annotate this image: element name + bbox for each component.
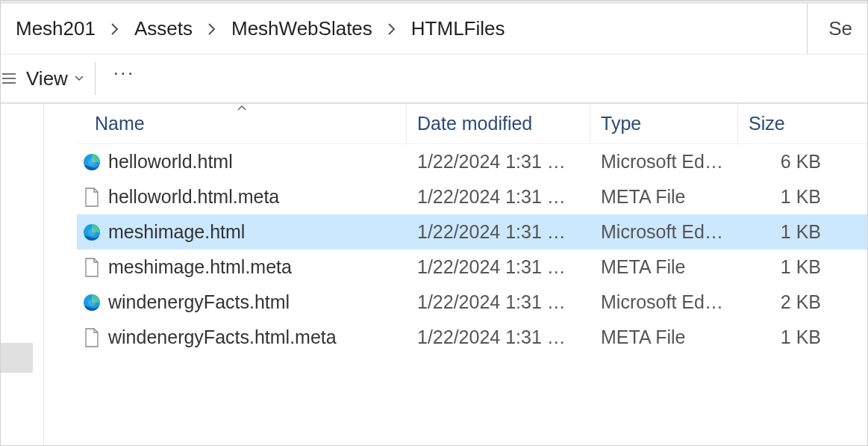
nav-sidebar[interactable]	[1, 104, 44, 445]
file-icon	[84, 188, 99, 207]
file-size: 1 KB	[738, 326, 867, 348]
address-bar: Mesh201 Assets MeshWebSlates HTMLFiles S…	[1, 1, 867, 55]
file-name-cell: windenergyFacts.html.meta	[77, 326, 407, 348]
file-name-cell: meshimage.html	[77, 221, 407, 243]
file-name: helloworld.html.meta	[108, 186, 279, 208]
breadcrumb-item[interactable]: MeshWebSlates	[231, 17, 372, 40]
file-rows: helloworld.html1/22/2024 1:31 …Microsoft…	[77, 144, 867, 355]
file-date: 1/22/2024 1:31 …	[407, 291, 590, 313]
file-row[interactable]: meshimage.html1/22/2024 1:31 …Microsoft …	[77, 214, 867, 250]
file-date: 1/22/2024 1:31 …	[407, 256, 590, 278]
file-name: windenergyFacts.html.meta	[108, 326, 337, 348]
column-headers: Name Date modified Type Size	[77, 104, 867, 144]
file-type: Microsoft Ed…	[590, 291, 738, 313]
file-type: META File	[590, 326, 738, 348]
column-header-size[interactable]: Size	[738, 104, 867, 143]
file-name-cell: meshimage.html.meta	[77, 256, 407, 278]
file-date: 1/22/2024 1:31 …	[407, 186, 590, 208]
file-type: Microsoft Ed…	[590, 221, 738, 243]
column-label: Name	[95, 113, 145, 134]
file-name-cell: helloworld.html.meta	[77, 186, 407, 208]
file-name-cell: helloworld.html	[77, 151, 407, 173]
file-size: 2 KB	[738, 291, 867, 313]
toolbar: View ···	[1, 55, 867, 104]
edge-icon	[83, 223, 101, 241]
file-row[interactable]: windenergyFacts.html1/22/2024 1:31 …Micr…	[77, 285, 867, 320]
column-header-date[interactable]: Date modified	[407, 104, 590, 143]
file-type: META File	[590, 256, 738, 278]
breadcrumb-item[interactable]: Mesh201	[16, 17, 96, 40]
chevron-down-icon	[74, 72, 84, 85]
breadcrumb-item[interactable]: HTMLFiles	[411, 17, 505, 40]
file-list: Name Date modified Type Size helloworld.…	[44, 104, 867, 445]
file-icon	[84, 328, 99, 347]
view-label: View	[26, 67, 68, 90]
file-size: 1 KB	[738, 186, 867, 208]
file-size: 1 KB	[738, 256, 867, 278]
chevron-right-icon[interactable]	[387, 22, 396, 36]
edge-icon	[83, 153, 101, 171]
view-button[interactable]: View	[22, 67, 95, 90]
file-size: 6 KB	[738, 151, 867, 173]
column-header-type[interactable]: Type	[590, 104, 738, 143]
content-area: Name Date modified Type Size helloworld.…	[1, 104, 867, 445]
list-icon	[1, 70, 22, 87]
more-button[interactable]: ···	[96, 49, 153, 96]
file-row[interactable]: windenergyFacts.html.meta1/22/2024 1:31 …	[77, 320, 867, 355]
column-header-name[interactable]: Name	[77, 104, 407, 143]
file-type: Microsoft Ed…	[590, 151, 738, 173]
file-row[interactable]: helloworld.html.meta1/22/2024 1:31 …META…	[77, 179, 867, 214]
file-date: 1/22/2024 1:31 …	[407, 326, 590, 348]
file-icon	[84, 258, 99, 277]
file-date: 1/22/2024 1:31 …	[407, 221, 590, 243]
breadcrumb[interactable]: Mesh201 Assets MeshWebSlates HTMLFiles	[16, 17, 807, 40]
chevron-right-icon[interactable]	[207, 22, 216, 36]
file-row[interactable]: meshimage.html.meta1/22/2024 1:31 …META …	[77, 250, 867, 285]
file-name-cell: windenergyFacts.html	[77, 291, 407, 313]
file-type: META File	[590, 186, 738, 208]
sidebar-item-selected[interactable]	[1, 343, 33, 373]
file-size: 1 KB	[738, 221, 867, 243]
file-row[interactable]: helloworld.html1/22/2024 1:31 …Microsoft…	[77, 144, 867, 179]
file-name: meshimage.html.meta	[108, 256, 292, 278]
file-name: helloworld.html	[108, 151, 233, 173]
file-name: windenergyFacts.html	[108, 291, 290, 313]
edge-icon	[83, 294, 101, 312]
breadcrumb-item[interactable]: Assets	[134, 17, 193, 40]
chevron-right-icon[interactable]	[110, 22, 119, 36]
file-date: 1/22/2024 1:31 …	[407, 151, 590, 173]
sort-ascending-icon	[237, 102, 246, 113]
file-name: meshimage.html	[108, 221, 245, 243]
search-input[interactable]: Se	[807, 4, 852, 54]
